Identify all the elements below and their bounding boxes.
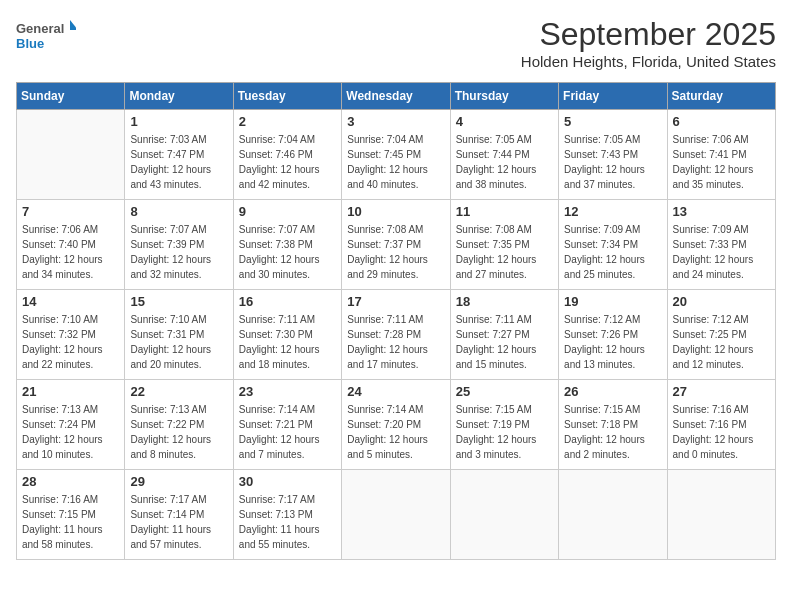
day-cell xyxy=(559,470,667,560)
day-info: Sunrise: 7:11 AMSunset: 7:27 PMDaylight:… xyxy=(456,312,553,372)
logo: General Blue xyxy=(16,16,76,56)
day-cell: 11Sunrise: 7:08 AMSunset: 7:35 PMDayligh… xyxy=(450,200,558,290)
day-info: Sunrise: 7:12 AMSunset: 7:25 PMDaylight:… xyxy=(673,312,770,372)
day-info: Sunrise: 7:17 AMSunset: 7:13 PMDaylight:… xyxy=(239,492,336,552)
svg-text:General: General xyxy=(16,21,64,36)
week-row-4: 21Sunrise: 7:13 AMSunset: 7:24 PMDayligh… xyxy=(17,380,776,470)
col-header-wednesday: Wednesday xyxy=(342,83,450,110)
day-info: Sunrise: 7:11 AMSunset: 7:30 PMDaylight:… xyxy=(239,312,336,372)
day-cell: 27Sunrise: 7:16 AMSunset: 7:16 PMDayligh… xyxy=(667,380,775,470)
day-number: 30 xyxy=(239,474,336,489)
day-cell: 30Sunrise: 7:17 AMSunset: 7:13 PMDayligh… xyxy=(233,470,341,560)
col-header-friday: Friday xyxy=(559,83,667,110)
day-cell: 13Sunrise: 7:09 AMSunset: 7:33 PMDayligh… xyxy=(667,200,775,290)
day-number: 5 xyxy=(564,114,661,129)
day-info: Sunrise: 7:17 AMSunset: 7:14 PMDaylight:… xyxy=(130,492,227,552)
day-info: Sunrise: 7:04 AMSunset: 7:46 PMDaylight:… xyxy=(239,132,336,192)
day-info: Sunrise: 7:13 AMSunset: 7:22 PMDaylight:… xyxy=(130,402,227,462)
day-number: 1 xyxy=(130,114,227,129)
day-number: 27 xyxy=(673,384,770,399)
day-info: Sunrise: 7:03 AMSunset: 7:47 PMDaylight:… xyxy=(130,132,227,192)
col-header-thursday: Thursday xyxy=(450,83,558,110)
day-info: Sunrise: 7:07 AMSunset: 7:39 PMDaylight:… xyxy=(130,222,227,282)
day-info: Sunrise: 7:08 AMSunset: 7:35 PMDaylight:… xyxy=(456,222,553,282)
day-info: Sunrise: 7:06 AMSunset: 7:40 PMDaylight:… xyxy=(22,222,119,282)
day-cell: 22Sunrise: 7:13 AMSunset: 7:22 PMDayligh… xyxy=(125,380,233,470)
day-cell: 29Sunrise: 7:17 AMSunset: 7:14 PMDayligh… xyxy=(125,470,233,560)
day-number: 3 xyxy=(347,114,444,129)
week-row-3: 14Sunrise: 7:10 AMSunset: 7:32 PMDayligh… xyxy=(17,290,776,380)
day-cell xyxy=(667,470,775,560)
day-info: Sunrise: 7:05 AMSunset: 7:44 PMDaylight:… xyxy=(456,132,553,192)
day-info: Sunrise: 7:12 AMSunset: 7:26 PMDaylight:… xyxy=(564,312,661,372)
col-header-saturday: Saturday xyxy=(667,83,775,110)
day-info: Sunrise: 7:10 AMSunset: 7:31 PMDaylight:… xyxy=(130,312,227,372)
day-cell: 18Sunrise: 7:11 AMSunset: 7:27 PMDayligh… xyxy=(450,290,558,380)
calendar-table: SundayMondayTuesdayWednesdayThursdayFrid… xyxy=(16,82,776,560)
day-cell: 15Sunrise: 7:10 AMSunset: 7:31 PMDayligh… xyxy=(125,290,233,380)
day-number: 16 xyxy=(239,294,336,309)
day-number: 10 xyxy=(347,204,444,219)
day-number: 6 xyxy=(673,114,770,129)
day-info: Sunrise: 7:16 AMSunset: 7:16 PMDaylight:… xyxy=(673,402,770,462)
day-info: Sunrise: 7:11 AMSunset: 7:28 PMDaylight:… xyxy=(347,312,444,372)
day-number: 4 xyxy=(456,114,553,129)
day-cell: 21Sunrise: 7:13 AMSunset: 7:24 PMDayligh… xyxy=(17,380,125,470)
day-number: 24 xyxy=(347,384,444,399)
day-number: 26 xyxy=(564,384,661,399)
day-number: 29 xyxy=(130,474,227,489)
day-number: 9 xyxy=(239,204,336,219)
day-cell: 16Sunrise: 7:11 AMSunset: 7:30 PMDayligh… xyxy=(233,290,341,380)
week-row-5: 28Sunrise: 7:16 AMSunset: 7:15 PMDayligh… xyxy=(17,470,776,560)
svg-text:Blue: Blue xyxy=(16,36,44,51)
day-cell: 6Sunrise: 7:06 AMSunset: 7:41 PMDaylight… xyxy=(667,110,775,200)
week-row-2: 7Sunrise: 7:06 AMSunset: 7:40 PMDaylight… xyxy=(17,200,776,290)
day-cell: 1Sunrise: 7:03 AMSunset: 7:47 PMDaylight… xyxy=(125,110,233,200)
title-block: September 2025 Holden Heights, Florida, … xyxy=(521,16,776,70)
day-number: 22 xyxy=(130,384,227,399)
day-number: 21 xyxy=(22,384,119,399)
col-header-monday: Monday xyxy=(125,83,233,110)
day-cell: 12Sunrise: 7:09 AMSunset: 7:34 PMDayligh… xyxy=(559,200,667,290)
month-year-title: September 2025 xyxy=(521,16,776,53)
day-number: 25 xyxy=(456,384,553,399)
day-info: Sunrise: 7:10 AMSunset: 7:32 PMDaylight:… xyxy=(22,312,119,372)
day-cell xyxy=(342,470,450,560)
day-cell: 8Sunrise: 7:07 AMSunset: 7:39 PMDaylight… xyxy=(125,200,233,290)
day-info: Sunrise: 7:07 AMSunset: 7:38 PMDaylight:… xyxy=(239,222,336,282)
day-headers-row: SundayMondayTuesdayWednesdayThursdayFrid… xyxy=(17,83,776,110)
location-subtitle: Holden Heights, Florida, United States xyxy=(521,53,776,70)
day-number: 13 xyxy=(673,204,770,219)
day-cell: 3Sunrise: 7:04 AMSunset: 7:45 PMDaylight… xyxy=(342,110,450,200)
day-number: 17 xyxy=(347,294,444,309)
day-number: 18 xyxy=(456,294,553,309)
day-number: 8 xyxy=(130,204,227,219)
day-number: 28 xyxy=(22,474,119,489)
day-cell: 25Sunrise: 7:15 AMSunset: 7:19 PMDayligh… xyxy=(450,380,558,470)
day-cell: 4Sunrise: 7:05 AMSunset: 7:44 PMDaylight… xyxy=(450,110,558,200)
day-cell: 9Sunrise: 7:07 AMSunset: 7:38 PMDaylight… xyxy=(233,200,341,290)
week-row-1: 1Sunrise: 7:03 AMSunset: 7:47 PMDaylight… xyxy=(17,110,776,200)
day-info: Sunrise: 7:09 AMSunset: 7:33 PMDaylight:… xyxy=(673,222,770,282)
day-cell: 7Sunrise: 7:06 AMSunset: 7:40 PMDaylight… xyxy=(17,200,125,290)
day-cell: 23Sunrise: 7:14 AMSunset: 7:21 PMDayligh… xyxy=(233,380,341,470)
day-cell: 17Sunrise: 7:11 AMSunset: 7:28 PMDayligh… xyxy=(342,290,450,380)
day-info: Sunrise: 7:16 AMSunset: 7:15 PMDaylight:… xyxy=(22,492,119,552)
day-number: 12 xyxy=(564,204,661,219)
day-number: 7 xyxy=(22,204,119,219)
day-info: Sunrise: 7:08 AMSunset: 7:37 PMDaylight:… xyxy=(347,222,444,282)
day-cell xyxy=(17,110,125,200)
day-info: Sunrise: 7:09 AMSunset: 7:34 PMDaylight:… xyxy=(564,222,661,282)
day-cell: 14Sunrise: 7:10 AMSunset: 7:32 PMDayligh… xyxy=(17,290,125,380)
day-cell: 24Sunrise: 7:14 AMSunset: 7:20 PMDayligh… xyxy=(342,380,450,470)
page-header: General Blue September 2025 Holden Heigh… xyxy=(16,16,776,70)
day-cell xyxy=(450,470,558,560)
day-info: Sunrise: 7:13 AMSunset: 7:24 PMDaylight:… xyxy=(22,402,119,462)
day-cell: 20Sunrise: 7:12 AMSunset: 7:25 PMDayligh… xyxy=(667,290,775,380)
day-cell: 2Sunrise: 7:04 AMSunset: 7:46 PMDaylight… xyxy=(233,110,341,200)
col-header-tuesday: Tuesday xyxy=(233,83,341,110)
day-number: 19 xyxy=(564,294,661,309)
day-info: Sunrise: 7:05 AMSunset: 7:43 PMDaylight:… xyxy=(564,132,661,192)
day-number: 23 xyxy=(239,384,336,399)
day-cell: 26Sunrise: 7:15 AMSunset: 7:18 PMDayligh… xyxy=(559,380,667,470)
